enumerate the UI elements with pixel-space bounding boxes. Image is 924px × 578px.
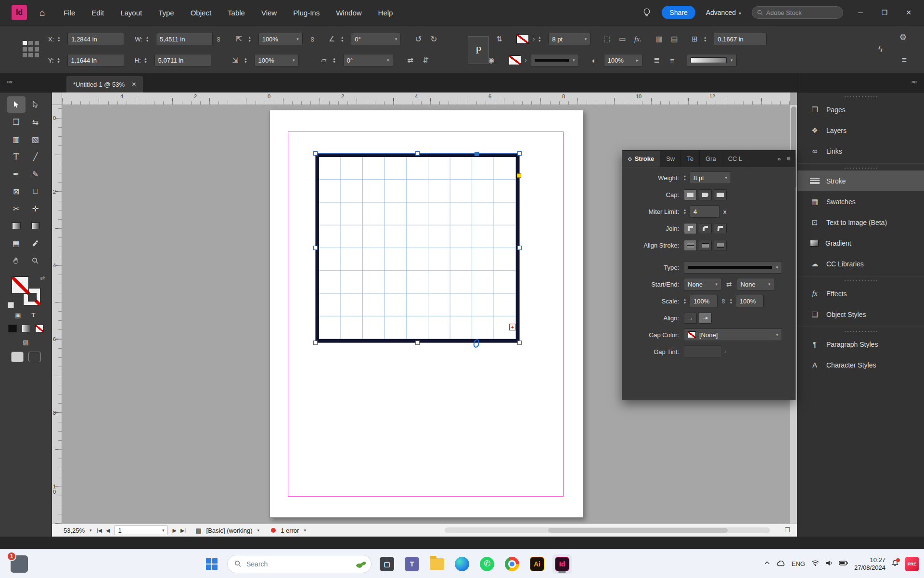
menu-object[interactable]: Object: [191, 9, 211, 17]
stroke-weight-stepper[interactable]: ▴▾: [539, 36, 544, 42]
dock-item-swatches[interactable]: ▦ Swatches: [797, 191, 924, 212]
pencil-tool[interactable]: ✎: [26, 166, 45, 182]
end-select[interactable]: None▾: [737, 278, 774, 290]
clock[interactable]: 10:27 27/08/2024: [854, 556, 886, 572]
tab-cc-libraries[interactable]: CC L: [722, 151, 749, 167]
whatsapp-icon[interactable]: ✆: [477, 554, 497, 574]
content-placer-tool[interactable]: ▧: [26, 131, 45, 147]
formatting-affects-container-button[interactable]: ▣: [13, 310, 24, 320]
weight-stepper[interactable]: ▴▾: [684, 174, 690, 181]
start-select[interactable]: None▾: [684, 278, 721, 290]
miter-join-button[interactable]: [684, 223, 697, 234]
selected-handle[interactable]: [475, 152, 479, 156]
scale-x-stepper[interactable]: ▴▾: [249, 36, 255, 42]
hand-tool[interactable]: [7, 252, 26, 269]
pen-tool[interactable]: ✒: [7, 166, 26, 182]
menu-view[interactable]: View: [261, 9, 277, 17]
scale-start-stepper[interactable]: ▴▾: [684, 298, 690, 304]
free-transform-tool[interactable]: ✛: [26, 200, 45, 217]
desktop-app-icon[interactable]: ▢: [377, 554, 397, 574]
tab-gradient[interactable]: Gra: [700, 151, 722, 167]
x-stepper[interactable]: ▴▾: [58, 36, 64, 42]
ruler-origin-corner[interactable]: [52, 92, 62, 105]
fill-color-flyout[interactable]: ›: [525, 57, 527, 64]
battery-icon[interactable]: [839, 560, 848, 567]
selection-handle[interactable]: [517, 246, 522, 250]
selection-handle[interactable]: [517, 341, 522, 345]
dock-item-effects[interactable]: fx Effects: [797, 283, 924, 304]
last-page-button[interactable]: ▶|: [180, 527, 186, 534]
swap-start-end-icon[interactable]: ⇄: [726, 280, 732, 288]
round-cap-button[interactable]: [699, 189, 712, 200]
start-button[interactable]: [202, 554, 221, 574]
default-fill-stroke-icon[interactable]: [8, 302, 14, 308]
apply-gradient-button[interactable]: [22, 325, 30, 332]
home-icon[interactable]: ⌂: [39, 7, 45, 18]
gradient-feather-tool[interactable]: [26, 218, 45, 234]
preflight-dropdown-icon[interactable]: ▾: [257, 528, 260, 533]
maximize-button[interactable]: ❐: [878, 9, 891, 16]
corner-radius-field[interactable]: [714, 33, 767, 45]
next-page-button[interactable]: ▶: [172, 527, 176, 534]
scale-start-field[interactable]: [690, 295, 718, 307]
wrap-icon[interactable]: ▤: [668, 35, 680, 43]
stroke-color-swatch[interactable]: [516, 34, 529, 44]
dock-item-links[interactable]: ∞ Links: [797, 141, 924, 161]
document-tab[interactable]: *Untitled-1 @ 53% ✕: [66, 76, 143, 92]
dock-grip[interactable]: [844, 167, 878, 169]
tab-swatches[interactable]: Sw: [660, 151, 681, 167]
selection-handle[interactable]: [313, 151, 318, 156]
x-field[interactable]: [67, 33, 124, 45]
horizontal-scrollbar[interactable]: [445, 527, 770, 533]
tab-text[interactable]: Te: [681, 151, 700, 167]
pathfinder-icon[interactable]: ⬚: [601, 35, 613, 43]
y-stepper[interactable]: ▴▾: [58, 57, 64, 64]
align-arrow-end-button[interactable]: ⇥: [699, 313, 712, 324]
menu-plugins[interactable]: Plug-Ins: [293, 9, 320, 17]
view-options-button[interactable]: ▨: [21, 337, 31, 347]
taskbar-search-input[interactable]: [246, 560, 350, 568]
tray-chevron-up-icon[interactable]: [764, 560, 770, 568]
frame-tool[interactable]: ⊠: [7, 183, 26, 199]
document-page[interactable]: +: [270, 110, 583, 518]
edge-icon[interactable]: [452, 554, 472, 574]
workspace-switcher[interactable]: Advanced▾: [706, 9, 741, 16]
selection-handle[interactable]: [415, 151, 420, 156]
pre-app-icon[interactable]: PRE: [905, 557, 919, 571]
language-indicator[interactable]: ENG: [792, 560, 805, 567]
stroke-type-select[interactable]: ▾: [531, 54, 579, 66]
panel-menu-icon[interactable]: ≡: [786, 155, 790, 162]
selection-handle[interactable]: [313, 246, 318, 250]
w-stepper[interactable]: ▴▾: [146, 36, 152, 42]
flip-vertical-icon[interactable]: ⇅: [493, 35, 505, 43]
wifi-icon[interactable]: [811, 560, 820, 568]
gradient-swatch-select[interactable]: ▾: [687, 54, 737, 66]
flip-pair-icon[interactable]: ⇄: [405, 56, 416, 65]
menu-window[interactable]: Window: [336, 9, 361, 17]
h-stepper[interactable]: ▴▾: [145, 57, 151, 64]
rotate-cw-icon[interactable]: ↻: [428, 34, 439, 44]
dock-item-object-styles[interactable]: ❑ Object Styles: [797, 304, 924, 325]
stroke-type-select[interactable]: ▾: [684, 261, 782, 274]
selection-handle[interactable]: [415, 341, 420, 345]
align-inside-button[interactable]: [699, 240, 712, 251]
fill-proxy-swatch[interactable]: [12, 276, 29, 294]
y-field[interactable]: [67, 54, 124, 66]
dock-item-character-styles[interactable]: A Character Styles: [797, 355, 924, 375]
badge-app-icon[interactable]: 1: [11, 555, 28, 573]
constrain-scale-link-icon[interactable]: ∞: [309, 37, 317, 42]
butt-cap-button[interactable]: [684, 189, 697, 200]
menu-layout[interactable]: Layout: [120, 9, 142, 17]
shear-stepper[interactable]: ▴▾: [334, 57, 339, 64]
dock-item-stroke[interactable]: Stroke: [797, 171, 924, 191]
rotate-ccw-icon[interactable]: ↺: [412, 34, 424, 44]
menu-table[interactable]: Table: [228, 9, 245, 17]
selection-tool[interactable]: [7, 96, 26, 113]
volume-icon[interactable]: [825, 560, 833, 568]
selection-handle[interactable]: [313, 341, 318, 345]
page-number-field[interactable]: ▾: [115, 525, 167, 535]
dock-item-pages[interactable]: ❐ Pages: [797, 99, 924, 120]
error-count[interactable]: 1 error: [281, 527, 299, 534]
indesign-logo[interactable]: Id: [12, 5, 27, 20]
preflight-profile[interactable]: [Basic] (working): [206, 527, 253, 534]
